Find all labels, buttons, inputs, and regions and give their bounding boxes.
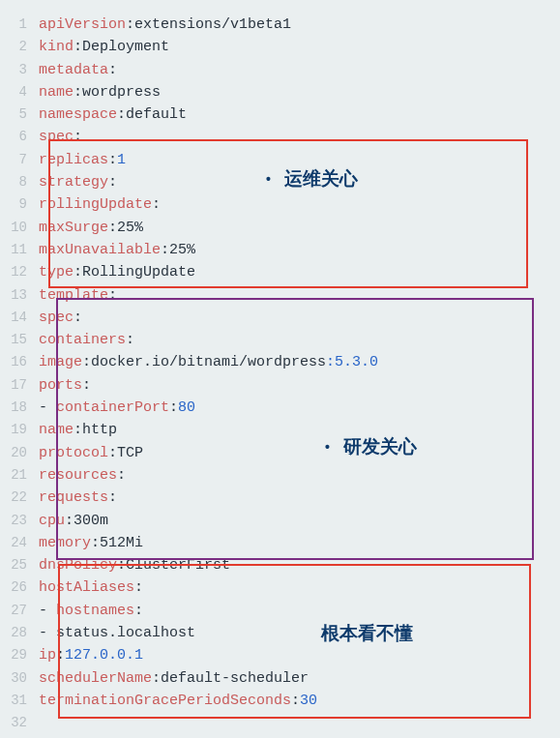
- code-line: 21 resources:: [0, 464, 560, 487]
- code-line: 16 image: docker.io/bitnami/wordpress:5.…: [0, 351, 560, 373]
- line-number: 8: [0, 171, 39, 193]
- line-content: maxUnavailable: 25%: [39, 239, 195, 261]
- code-line: 31 terminationGracePeriodSeconds: 30: [0, 690, 560, 712]
- code-line: 19 name: http: [0, 419, 560, 441]
- line-number: 3: [0, 59, 39, 81]
- line-number: 32: [0, 712, 39, 734]
- code-line: 25 dnsPolicy: ClusterFirst: [0, 554, 560, 576]
- line-content: name: http: [39, 419, 117, 441]
- code-line: 28 - status.localhost: [0, 622, 560, 644]
- code-line: 27 - hostnames:: [0, 600, 560, 622]
- code-line: 2kind: Deployment: [0, 36, 560, 58]
- line-number: 15: [0, 329, 39, 351]
- line-content: type: RollingUpdate: [39, 261, 195, 283]
- line-content: hostAliases:: [39, 576, 143, 599]
- code-line: 3metadata:: [0, 59, 560, 81]
- code-line: 6spec:: [0, 126, 560, 148]
- line-number: 18: [0, 397, 39, 419]
- code-line: 15 containers:: [0, 329, 560, 351]
- bullet-icon: •: [266, 168, 271, 191]
- line-number: 21: [0, 464, 39, 487]
- line-content: template:: [39, 284, 117, 307]
- line-number: 4: [0, 81, 39, 103]
- line-content: - status.localhost: [39, 622, 195, 644]
- line-content: strategy:: [39, 171, 117, 193]
- code-line: 26 hostAliases:: [0, 576, 560, 599]
- line-content: dnsPolicy: ClusterFirst: [39, 554, 230, 576]
- code-line: 20 protocol: TCP: [0, 442, 560, 464]
- code-line: 18 - containerPort: 80: [0, 397, 560, 419]
- code-line: 4 name: wordpress: [0, 81, 560, 103]
- line-number: 26: [0, 576, 39, 599]
- line-content: memory: 512Mi: [39, 532, 143, 554]
- line-content: schedulerName: default-scheduler: [39, 667, 309, 690]
- line-number: 31: [0, 690, 39, 712]
- line-number: 7: [0, 149, 39, 171]
- line-number: 22: [0, 487, 39, 509]
- label-dev: •研发关心: [325, 435, 417, 459]
- line-content: protocol: TCP: [39, 442, 143, 464]
- line-number: 2: [0, 36, 39, 58]
- code-line: 12 type: RollingUpdate: [0, 261, 560, 283]
- label-ops: •运维关心: [266, 167, 358, 192]
- line-number: 27: [0, 600, 39, 622]
- code-line: 30 schedulerName: default-scheduler: [0, 667, 560, 690]
- line-content: spec:: [39, 126, 82, 148]
- line-content: ip: 127.0.0.1: [39, 644, 143, 666]
- line-content: replicas: 1: [39, 149, 126, 171]
- line-number: 25: [0, 554, 39, 576]
- line-content: maxSurge: 25%: [39, 217, 143, 239]
- line-content: ports:: [39, 374, 91, 397]
- label-ops-text: 运维关心: [284, 168, 358, 189]
- line-number: 6: [0, 126, 39, 148]
- line-content: apiVersion: extensions/v1beta1: [39, 14, 291, 36]
- code-line: 9 rollingUpdate:: [0, 193, 560, 216]
- code-line: 14 spec:: [0, 307, 560, 329]
- line-number: 24: [0, 532, 39, 554]
- line-content: spec:: [39, 307, 82, 329]
- line-content: - hostnames:: [39, 600, 143, 622]
- code-line: 24 memory: 512Mi: [0, 532, 560, 554]
- line-content: requests:: [39, 487, 117, 509]
- label-dev-text: 研发关心: [343, 436, 417, 457]
- label-confused-text: 根本看不懂: [321, 623, 413, 643]
- code-line: 29 ip: 127.0.0.1: [0, 644, 560, 666]
- line-content: metadata:: [39, 59, 117, 81]
- code-line: 13 template:: [0, 284, 560, 307]
- code-line: 11 maxUnavailable: 25%: [0, 239, 560, 261]
- line-number: 19: [0, 419, 39, 441]
- line-number: 11: [0, 239, 39, 261]
- line-content: resources:: [39, 464, 126, 487]
- line-content: rollingUpdate:: [39, 193, 161, 216]
- line-content: image: docker.io/bitnami/wordpress:5.3.0: [39, 351, 378, 373]
- code-line: 17 ports:: [0, 374, 560, 397]
- line-number: 13: [0, 284, 39, 307]
- code-block: 1apiVersion: extensions/v1beta12kind: De…: [0, 14, 560, 735]
- line-content: namespace: default: [39, 103, 187, 126]
- line-content: kind: Deployment: [39, 36, 169, 58]
- code-line: 10 maxSurge: 25%: [0, 217, 560, 239]
- line-number: 9: [0, 193, 39, 216]
- line-number: 5: [0, 103, 39, 126]
- code-line: 1apiVersion: extensions/v1beta1: [0, 14, 560, 36]
- line-number: 23: [0, 510, 39, 532]
- label-confused: 根本看不懂: [321, 622, 413, 644]
- code-screenshot: 1apiVersion: extensions/v1beta12kind: De…: [0, 0, 560, 738]
- line-content: terminationGracePeriodSeconds: 30: [39, 690, 317, 712]
- line-content: cpu: 300m: [39, 510, 108, 532]
- code-line: 23 cpu: 300m: [0, 510, 560, 532]
- line-number: 20: [0, 442, 39, 464]
- code-line: 5 namespace: default: [0, 103, 560, 126]
- line-number: 12: [0, 261, 39, 283]
- line-content: containers:: [39, 329, 134, 351]
- line-number: 17: [0, 374, 39, 397]
- line-content: name: wordpress: [39, 81, 161, 103]
- line-number: 16: [0, 351, 39, 373]
- line-number: 10: [0, 217, 39, 239]
- code-line: 32: [0, 712, 560, 734]
- line-content: - containerPort: 80: [39, 397, 195, 419]
- bullet-icon: •: [325, 436, 330, 458]
- line-number: 28: [0, 622, 39, 644]
- line-number: 14: [0, 307, 39, 329]
- code-line: 22 requests:: [0, 487, 560, 509]
